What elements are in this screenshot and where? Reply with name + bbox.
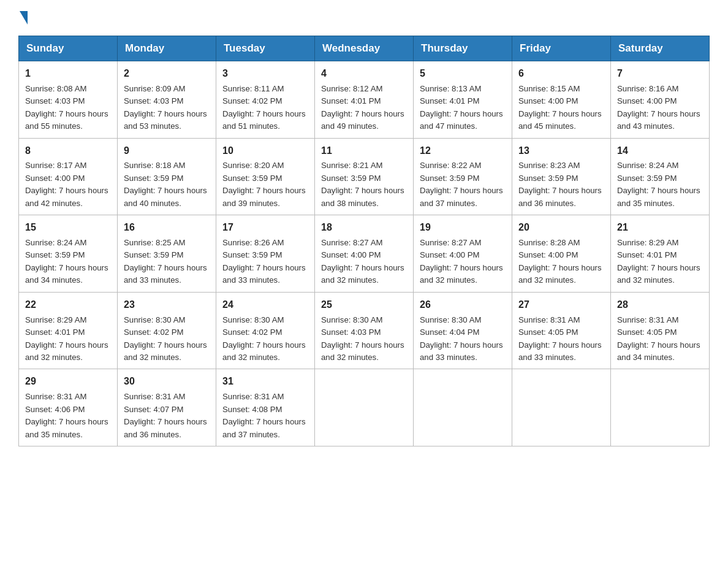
day-info: Sunrise: 8:12 AMSunset: 4:01 PMDaylight:… xyxy=(321,83,407,133)
day-number: 25 xyxy=(321,297,407,313)
day-number: 3 xyxy=(222,66,308,82)
calendar-cell: 22Sunrise: 8:29 AMSunset: 4:01 PMDayligh… xyxy=(19,292,118,369)
day-info: Sunrise: 8:09 AMSunset: 4:03 PMDaylight:… xyxy=(124,83,210,133)
calendar-cell: 9Sunrise: 8:18 AMSunset: 3:59 PMDaylight… xyxy=(118,138,216,215)
calendar-cell: 24Sunrise: 8:30 AMSunset: 4:02 PMDayligh… xyxy=(216,292,315,369)
day-info: Sunrise: 8:17 AMSunset: 4:00 PMDaylight:… xyxy=(25,159,111,210)
calendar-cell: 13Sunrise: 8:23 AMSunset: 3:59 PMDayligh… xyxy=(512,138,611,215)
logo-triangle-icon xyxy=(20,11,28,25)
day-info: Sunrise: 8:31 AMSunset: 4:08 PMDaylight:… xyxy=(222,391,308,441)
day-number: 16 xyxy=(124,220,210,236)
calendar-week-row: 22Sunrise: 8:29 AMSunset: 4:01 PMDayligh… xyxy=(19,292,710,369)
day-number: 21 xyxy=(617,220,703,236)
day-info: Sunrise: 8:30 AMSunset: 4:04 PMDaylight:… xyxy=(420,314,506,364)
calendar-cell: 6Sunrise: 8:15 AMSunset: 4:00 PMDaylight… xyxy=(512,61,611,139)
calendar-cell: 8Sunrise: 8:17 AMSunset: 4:00 PMDaylight… xyxy=(19,138,118,215)
day-info: Sunrise: 8:29 AMSunset: 4:01 PMDaylight:… xyxy=(617,237,703,287)
calendar-cell: 12Sunrise: 8:22 AMSunset: 3:59 PMDayligh… xyxy=(414,138,512,215)
day-info: Sunrise: 8:22 AMSunset: 3:59 PMDaylight:… xyxy=(420,159,506,210)
calendar-cell: 27Sunrise: 8:31 AMSunset: 4:05 PMDayligh… xyxy=(512,292,611,369)
day-number: 12 xyxy=(420,144,506,159)
calendar-cell: 10Sunrise: 8:20 AMSunset: 3:59 PMDayligh… xyxy=(216,138,315,215)
day-number: 8 xyxy=(25,144,111,159)
day-number: 31 xyxy=(222,374,308,389)
weekday-header-saturday: Saturday xyxy=(611,36,710,61)
day-number: 30 xyxy=(124,374,210,389)
calendar-cell: 3Sunrise: 8:11 AMSunset: 4:02 PMDaylight… xyxy=(216,61,315,139)
day-info: Sunrise: 8:28 AMSunset: 4:00 PMDaylight:… xyxy=(518,237,604,287)
calendar-week-row: 1Sunrise: 8:08 AMSunset: 4:03 PMDaylight… xyxy=(19,61,710,139)
day-number: 24 xyxy=(222,297,308,313)
calendar-cell: 31Sunrise: 8:31 AMSunset: 4:08 PMDayligh… xyxy=(216,369,315,446)
day-info: Sunrise: 8:11 AMSunset: 4:02 PMDaylight:… xyxy=(222,83,308,133)
weekday-header-wednesday: Wednesday xyxy=(315,36,414,61)
day-number: 17 xyxy=(222,220,308,236)
day-number: 22 xyxy=(25,297,111,313)
calendar-cell xyxy=(414,369,512,446)
day-info: Sunrise: 8:29 AMSunset: 4:01 PMDaylight:… xyxy=(25,314,111,364)
day-info: Sunrise: 8:24 AMSunset: 3:59 PMDaylight:… xyxy=(617,159,703,210)
calendar-cell: 16Sunrise: 8:25 AMSunset: 3:59 PMDayligh… xyxy=(118,215,216,293)
day-number: 10 xyxy=(222,144,308,159)
calendar-week-row: 29Sunrise: 8:31 AMSunset: 4:06 PMDayligh… xyxy=(19,369,710,446)
calendar-cell: 23Sunrise: 8:30 AMSunset: 4:02 PMDayligh… xyxy=(118,292,216,369)
calendar-cell: 29Sunrise: 8:31 AMSunset: 4:06 PMDayligh… xyxy=(19,369,118,446)
calendar-cell xyxy=(315,369,414,446)
day-number: 20 xyxy=(518,220,604,236)
day-number: 2 xyxy=(124,66,210,82)
calendar-cell: 19Sunrise: 8:27 AMSunset: 4:00 PMDayligh… xyxy=(414,215,512,293)
day-info: Sunrise: 8:16 AMSunset: 4:00 PMDaylight:… xyxy=(617,83,703,133)
calendar-cell: 5Sunrise: 8:13 AMSunset: 4:01 PMDaylight… xyxy=(414,61,512,139)
day-info: Sunrise: 8:26 AMSunset: 3:59 PMDaylight:… xyxy=(222,237,308,287)
calendar-cell: 4Sunrise: 8:12 AMSunset: 4:01 PMDaylight… xyxy=(315,61,414,139)
calendar-cell: 21Sunrise: 8:29 AMSunset: 4:01 PMDayligh… xyxy=(611,215,710,293)
day-number: 1 xyxy=(25,66,111,82)
calendar-cell: 26Sunrise: 8:30 AMSunset: 4:04 PMDayligh… xyxy=(414,292,512,369)
day-number: 15 xyxy=(25,220,111,236)
calendar-week-row: 8Sunrise: 8:17 AMSunset: 4:00 PMDaylight… xyxy=(19,138,710,215)
calendar-table: SundayMondayTuesdayWednesdayThursdayFrid… xyxy=(18,36,710,446)
calendar-cell: 30Sunrise: 8:31 AMSunset: 4:07 PMDayligh… xyxy=(118,369,216,446)
calendar-week-row: 15Sunrise: 8:24 AMSunset: 3:59 PMDayligh… xyxy=(19,215,710,293)
day-number: 18 xyxy=(321,220,407,236)
day-info: Sunrise: 8:27 AMSunset: 4:00 PMDaylight:… xyxy=(420,237,506,287)
calendar-cell: 28Sunrise: 8:31 AMSunset: 4:05 PMDayligh… xyxy=(611,292,710,369)
weekday-header-thursday: Thursday xyxy=(414,36,512,61)
day-info: Sunrise: 8:31 AMSunset: 4:06 PMDaylight:… xyxy=(25,391,111,441)
day-info: Sunrise: 8:23 AMSunset: 3:59 PMDaylight:… xyxy=(518,159,604,210)
calendar-cell: 20Sunrise: 8:28 AMSunset: 4:00 PMDayligh… xyxy=(512,215,611,293)
day-info: Sunrise: 8:30 AMSunset: 4:02 PMDaylight:… xyxy=(222,314,308,364)
day-number: 4 xyxy=(321,66,407,82)
day-number: 13 xyxy=(518,144,604,159)
day-info: Sunrise: 8:27 AMSunset: 4:00 PMDaylight:… xyxy=(321,237,407,287)
day-info: Sunrise: 8:30 AMSunset: 4:02 PMDaylight:… xyxy=(124,314,210,364)
day-number: 28 xyxy=(617,297,703,313)
day-info: Sunrise: 8:08 AMSunset: 4:03 PMDaylight:… xyxy=(25,83,111,133)
day-info: Sunrise: 8:31 AMSunset: 4:05 PMDaylight:… xyxy=(617,314,703,364)
day-number: 6 xyxy=(518,66,604,82)
day-number: 26 xyxy=(420,297,506,313)
day-info: Sunrise: 8:18 AMSunset: 3:59 PMDaylight:… xyxy=(124,159,210,210)
calendar-cell: 14Sunrise: 8:24 AMSunset: 3:59 PMDayligh… xyxy=(611,138,710,215)
weekday-header-monday: Monday xyxy=(118,36,216,61)
weekday-header-friday: Friday xyxy=(512,36,611,61)
day-number: 14 xyxy=(617,144,703,159)
logo xyxy=(18,12,28,25)
calendar-cell xyxy=(611,369,710,446)
day-number: 29 xyxy=(25,374,111,389)
day-info: Sunrise: 8:24 AMSunset: 3:59 PMDaylight:… xyxy=(25,237,111,287)
calendar-cell xyxy=(512,369,611,446)
day-number: 9 xyxy=(124,144,210,159)
calendar-cell: 25Sunrise: 8:30 AMSunset: 4:03 PMDayligh… xyxy=(315,292,414,369)
calendar-cell: 18Sunrise: 8:27 AMSunset: 4:00 PMDayligh… xyxy=(315,215,414,293)
day-info: Sunrise: 8:21 AMSunset: 3:59 PMDaylight:… xyxy=(321,159,407,210)
day-number: 19 xyxy=(420,220,506,236)
weekday-header-tuesday: Tuesday xyxy=(216,36,315,61)
day-info: Sunrise: 8:25 AMSunset: 3:59 PMDaylight:… xyxy=(124,237,210,287)
day-info: Sunrise: 8:13 AMSunset: 4:01 PMDaylight:… xyxy=(420,83,506,133)
day-number: 7 xyxy=(617,66,703,82)
day-info: Sunrise: 8:15 AMSunset: 4:00 PMDaylight:… xyxy=(518,83,604,133)
day-info: Sunrise: 8:30 AMSunset: 4:03 PMDaylight:… xyxy=(321,314,407,364)
calendar-cell: 7Sunrise: 8:16 AMSunset: 4:00 PMDaylight… xyxy=(611,61,710,139)
weekday-header-sunday: Sunday xyxy=(19,36,118,61)
